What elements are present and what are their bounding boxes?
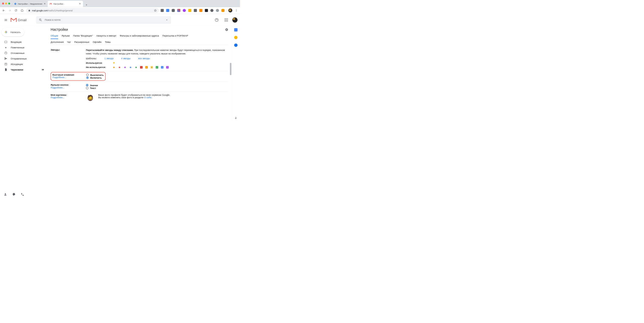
tab-filters[interactable]: Фильтры и заблокированные адреса (120, 35, 159, 39)
preset-1-star[interactable]: 1 звезда (104, 57, 113, 60)
collapse-panel-icon[interactable] (234, 116, 237, 119)
gmail-logo[interactable]: Gmail (10, 17, 26, 22)
profile-picture[interactable]: 🧔 (86, 93, 95, 102)
star-green-icon[interactable]: ★ (135, 66, 137, 69)
sidebar-item-outbox[interactable]: Исходящие (0, 61, 48, 67)
tab-addons[interactable]: Дополнения (51, 41, 64, 45)
sidebar-item-drafts[interactable]: Черновики38 (0, 67, 48, 72)
tab-advanced[interactable]: Расширенные (74, 41, 89, 45)
google-apps-button[interactable] (223, 17, 230, 23)
search-input[interactable] (45, 19, 163, 21)
extension-icon[interactable] (183, 9, 186, 12)
preset-4-stars[interactable]: 4 звезды (121, 57, 131, 60)
check-green-icon[interactable]: ✓ (156, 66, 158, 69)
sidebar-item-snoozed[interactable]: Отложенные (0, 50, 48, 56)
radio-checked-icon (86, 77, 89, 79)
tab-chat[interactable]: Чат (67, 41, 71, 45)
search-options-icon[interactable] (165, 18, 168, 21)
tab-offline[interactable]: Офлайн (93, 41, 101, 45)
tasks-addon-icon[interactable] (234, 44, 237, 47)
browser-tab-1[interactable]: Настройки – Уведомления ✕ (12, 1, 48, 7)
shortcuts-off-option[interactable]: Выключить (86, 74, 104, 76)
nav-label: Помеченные (11, 46, 24, 49)
phone-icon[interactable] (21, 193, 24, 196)
button-labels-more-link[interactable]: Подробнее... (51, 86, 64, 89)
setting-row-shortcuts: Быстрые клавиши: Подробнее... Выключить … (51, 71, 228, 82)
person-icon[interactable] (4, 193, 7, 196)
extension-icon[interactable] (216, 9, 219, 12)
not-in-use-label: Не используется: (86, 66, 110, 69)
extension-icon[interactable] (172, 9, 175, 12)
keep-addon-icon[interactable] (234, 36, 237, 39)
tab-title: Настройки – Уведомления (18, 3, 42, 5)
account-avatar[interactable]: 🧔 (232, 17, 238, 23)
shortcuts-more-link[interactable]: Подробнее... (53, 76, 66, 78)
tab-labels[interactable]: Ярлыки (62, 35, 70, 39)
close-tab-icon[interactable]: ✕ (44, 3, 46, 5)
preset-all-stars[interactable]: все звезды (138, 57, 150, 60)
minimize-window[interactable] (5, 3, 7, 4)
extension-icon[interactable] (194, 9, 197, 12)
settings-tabs-row-2: Дополнения Чат Расширенные Офлайн Темы (51, 41, 228, 45)
bang-yellow-icon[interactable]: ! (150, 66, 153, 69)
compose-button[interactable]: Написать (2, 28, 24, 36)
new-tab-button[interactable]: + (84, 3, 89, 7)
extension-icon[interactable] (188, 9, 191, 12)
forward-button[interactable] (8, 8, 12, 13)
gmail-m-icon (10, 17, 17, 22)
star-red-icon[interactable]: ★ (118, 66, 121, 69)
question-purple-icon[interactable]: ? (166, 66, 169, 69)
tab-general[interactable]: Общие (51, 35, 58, 39)
stars-desc-bold: Перетаскивайте звезды между списками. (86, 49, 134, 51)
about-me-link[interactable]: О себе (144, 96, 151, 99)
extension-icon[interactable] (166, 9, 169, 12)
picture-more-link[interactable]: Подробнее... (51, 96, 64, 99)
star-yellow-icon[interactable]: ★ (112, 61, 115, 64)
bang-red-icon[interactable]: ! (140, 66, 143, 69)
tab-forwarding[interactable]: Пересылка и POP/IMAP (163, 35, 188, 39)
arrows-orange-icon[interactable]: » (145, 66, 148, 69)
extension-icon[interactable] (205, 9, 208, 12)
back-button[interactable] (2, 8, 6, 13)
chrome-profile-avatar[interactable]: 🧔 (228, 9, 232, 13)
tab-inbox[interactable]: Папка "Входящие" (73, 35, 93, 39)
nav-label: Входящие (11, 41, 22, 43)
tab-themes[interactable]: Темы (105, 41, 111, 45)
bookmark-star-icon[interactable] (154, 9, 157, 12)
extension-icon[interactable] (210, 9, 213, 12)
support-button[interactable] (213, 17, 220, 23)
close-window[interactable] (2, 3, 4, 4)
nav-label: Черновики (11, 68, 23, 71)
url-field[interactable]: mail.google.com/mail/u/1/#settings/gener… (26, 8, 159, 13)
search-box[interactable] (36, 16, 171, 24)
extension-icon[interactable] (161, 9, 164, 12)
info-blue-icon[interactable]: i (161, 66, 164, 69)
browser-tab-2[interactable]: Настройки - ✕ (48, 1, 83, 7)
radio-icon (86, 87, 89, 89)
settings-gear-icon[interactable] (225, 28, 228, 31)
maximize-window[interactable] (8, 3, 10, 4)
extension-icon[interactable] (221, 9, 224, 12)
main-menu-button[interactable] (3, 17, 9, 23)
sidebar-item-inbox[interactable]: Входящие (0, 39, 48, 45)
button-labels-icons-option[interactable]: Значки (86, 84, 98, 86)
sidebar-item-starred[interactable]: ★Помеченные (0, 45, 48, 50)
lock-icon (28, 9, 30, 12)
button-labels-text-option[interactable]: Текст (86, 87, 98, 89)
reload-button[interactable] (14, 8, 18, 13)
calendar-addon-icon[interactable] (234, 28, 237, 31)
shortcuts-on-option[interactable]: Включить (86, 76, 104, 79)
plus-icon (4, 30, 8, 34)
star-blue-icon[interactable]: ★ (129, 66, 132, 69)
chrome-menu-button[interactable] (234, 8, 238, 13)
home-button[interactable] (20, 8, 24, 13)
setting-row-stars: Звезды: Перетаскивайте звезды между спис… (51, 47, 228, 71)
extension-icon[interactable] (199, 9, 202, 12)
star-purple-icon[interactable]: ★ (124, 66, 126, 69)
hangouts-icon[interactable] (12, 193, 16, 196)
close-tab-icon[interactable]: ✕ (79, 3, 81, 5)
sidebar-item-sent[interactable]: Отправленные (0, 56, 48, 61)
star-orange-icon[interactable]: ★ (112, 66, 115, 69)
tab-accounts[interactable]: Аккаунты и импорт (96, 35, 116, 39)
extension-icon[interactable] (177, 9, 180, 12)
